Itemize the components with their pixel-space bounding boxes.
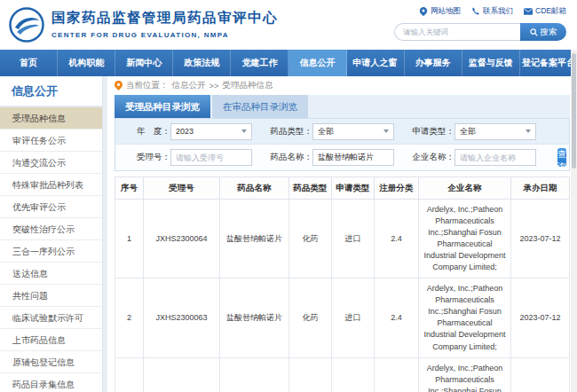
results-table: 序号 受理号 药品名称 药品类型 申请类型 注册分类 企业名称 承办日期 1 J…: [115, 176, 570, 392]
sidebar-item-common-issues[interactable]: 共性问题: [0, 285, 102, 307]
breadcrumb-separator: >>: [209, 81, 219, 90]
search-button[interactable]: 搜索: [520, 23, 566, 41]
query-button[interactable]: 查询: [557, 148, 566, 167]
cell-drug-name[interactable]: 盐酸替纳帕诺片: [220, 278, 289, 357]
cde-mail-link[interactable]: CDE邮箱: [524, 6, 566, 17]
cell-date: 2023-07-12: [511, 357, 570, 392]
drug-name-input[interactable]: [312, 149, 394, 166]
vertical-scrollbar[interactable]: [571, 50, 577, 392]
phone-icon: [471, 7, 480, 16]
company-input[interactable]: [454, 149, 536, 166]
nav-item-info-disclosure[interactable]: 信息公开: [288, 50, 346, 76]
sidebar-item-communication[interactable]: 沟通交流公示: [0, 152, 102, 174]
sidebar-item-breakthrough-therapy[interactable]: 突破性治疗公示: [0, 218, 102, 240]
col-header-reg-class: 注册分类: [375, 177, 419, 200]
cde-mail-label: CDE邮箱: [535, 6, 566, 17]
col-header-company: 企业名称: [419, 177, 511, 200]
brand-block: 国家药品监督管理局药品审评中心 CENTER FOR DRUG EVALUATI…: [51, 9, 278, 39]
main-nav: 首页 机构职能 新闻中心 政策法规 党建工作 信息公开 申请人之窗 办事服务 监…: [0, 50, 577, 76]
nav-item-supervision-feedback[interactable]: 监督与反馈: [462, 50, 520, 76]
sitemap-label: 网站地图: [431, 6, 461, 17]
col-header-date: 承办日期: [511, 177, 570, 200]
drug-name-filter: 药品名称：: [261, 149, 394, 166]
acceptance-no-label: 受理号：: [119, 152, 170, 163]
nav-item-policies[interactable]: 政策法规: [173, 50, 231, 76]
cell-index: 3: [115, 357, 144, 392]
company-label: 企业名称：: [403, 152, 454, 163]
sidebar-item-three-in-one[interactable]: 三合一序列公示: [0, 240, 102, 263]
cell-drug-type: 化药: [289, 278, 332, 357]
cell-apply-type: 进口: [332, 357, 375, 392]
contact-link[interactable]: 联系我们: [471, 6, 513, 17]
sidebar-item-special-approval[interactable]: 特殊审批品种列表: [0, 174, 102, 196]
tab-under-review-catalog[interactable]: 在审品种目录浏览: [212, 95, 308, 118]
nav-item-functions[interactable]: 机构职能: [58, 50, 115, 76]
search-input[interactable]: [394, 23, 520, 41]
page-body: 信息公开 受理品种信息 审评任务公示 沟通交流公示 特殊审批品种列表 优先审评公…: [0, 76, 577, 392]
breadcrumb: 当前位置： 信息公开 >> 受理品种信息: [115, 76, 570, 95]
breadcrumb-prefix: 当前位置：: [126, 80, 169, 91]
year-filter: 年 度： 2023: [119, 123, 252, 140]
year-label: 年 度：: [119, 126, 170, 137]
scrollbar-thumb[interactable]: [572, 53, 576, 169]
magnifier-icon: [530, 28, 538, 36]
cell-index: 2: [115, 278, 144, 357]
cell-apply-type: 进口: [332, 200, 375, 278]
sidebar-item-priority-review[interactable]: 优先审评公示: [0, 196, 102, 218]
cell-drug-type: 化药: [289, 200, 332, 278]
sitemap-link[interactable]: 网站地图: [419, 6, 461, 17]
map-pin-icon: [419, 7, 428, 16]
sidebar-item-drug-catalog[interactable]: 药品目录集信息: [0, 373, 102, 392]
contact-label: 联系我们: [483, 6, 513, 17]
cell-acceptance-no: JXHS2300062: [144, 357, 220, 392]
nav-item-services[interactable]: 办事服务: [405, 50, 462, 76]
col-header-index: 序号: [115, 177, 144, 200]
site-title: 国家药品监督管理局药品审评中心: [51, 9, 278, 27]
nav-item-registration-platform[interactable]: 登记备案平台: [520, 50, 577, 76]
col-header-drug-type: 药品类型: [289, 177, 332, 200]
col-header-apply-type: 申请类型: [332, 177, 375, 200]
quick-links: 网站地图 联系我们 CDE邮箱: [394, 6, 566, 17]
cell-drug-name[interactable]: 盐酸替纳帕诺片: [220, 357, 289, 392]
cell-drug-name[interactable]: 盐酸替纳帕诺片: [220, 200, 289, 278]
sidebar-item-marketed-drugs[interactable]: 上市药品信息: [0, 329, 102, 351]
cell-company: Ardelyx, Inc.;Patheon Pharmaceuticals In…: [419, 357, 511, 392]
drug-type-select-value: 全部: [318, 126, 334, 137]
cell-date: 2023-07-12: [511, 278, 570, 357]
sidebar-item-excipient-registration[interactable]: 原辅包登记信息: [0, 351, 102, 373]
breadcrumb-section-link[interactable]: 信息公开: [172, 80, 206, 91]
nav-item-party-building[interactable]: 党建工作: [231, 50, 288, 76]
sidebar-item-review-tasks[interactable]: 审评任务公示: [0, 129, 102, 152]
main-content: 当前位置： 信息公开 >> 受理品种信息 受理品种目录浏览 在审品种目录浏览 年…: [107, 76, 577, 392]
cell-apply-type: 进口: [332, 278, 375, 357]
cell-index: 1: [115, 200, 144, 278]
nav-item-news[interactable]: 新闻中心: [115, 50, 173, 76]
drug-type-filter: 药品类型： 全部: [261, 123, 394, 140]
chevron-down-icon: [383, 129, 389, 133]
drug-type-select[interactable]: 全部: [312, 123, 394, 140]
cde-logo-icon: [9, 7, 44, 43]
nav-item-applicant-window[interactable]: 申请人之窗: [347, 50, 405, 76]
drug-type-label: 药品类型：: [261, 126, 312, 137]
col-header-drug-name: 药品名称: [220, 177, 289, 200]
tab-bar: 受理品种目录浏览 在审品种目录浏览: [115, 95, 570, 118]
apply-type-select[interactable]: 全部: [454, 123, 536, 140]
sidebar-item-accepted-varieties[interactable]: 受理品种信息: [0, 107, 102, 129]
col-header-acceptance-no: 受理号: [144, 177, 220, 200]
sidebar-item-delivery-info[interactable]: 送达信息: [0, 263, 102, 285]
tab-accepted-catalog[interactable]: 受理品种目录浏览: [115, 95, 210, 118]
table-row: 1 JXHS2300064 盐酸替纳帕诺片 化药 进口 2.4 Ardelyx,…: [115, 200, 570, 278]
nav-item-home[interactable]: 首页: [0, 50, 58, 76]
year-select[interactable]: 2023: [170, 123, 252, 140]
sidebar: 信息公开 受理品种信息 审评任务公示 沟通交流公示 特殊审批品种列表 优先审评公…: [0, 76, 103, 392]
location-pin-icon: [115, 81, 123, 90]
acceptance-no-filter: 受理号：: [119, 149, 252, 166]
table-row: 3 JXHS2300062 盐酸替纳帕诺片 化药 进口 2.4 Ardelyx,…: [115, 357, 570, 392]
cell-date: 2023-07-12: [511, 200, 570, 278]
mail-icon: [524, 7, 533, 16]
acceptance-no-input[interactable]: [170, 149, 252, 166]
sidebar-item-clinical-trial-license[interactable]: 临床试验默示许可: [0, 307, 102, 329]
cell-company: Ardelyx, Inc.;Patheon Pharmaceuticals In…: [419, 278, 511, 357]
drug-name-label: 药品名称：: [261, 152, 312, 163]
filter-panel: 年 度： 2023 药品类型： 全部 申请类型： 全部: [115, 118, 570, 171]
